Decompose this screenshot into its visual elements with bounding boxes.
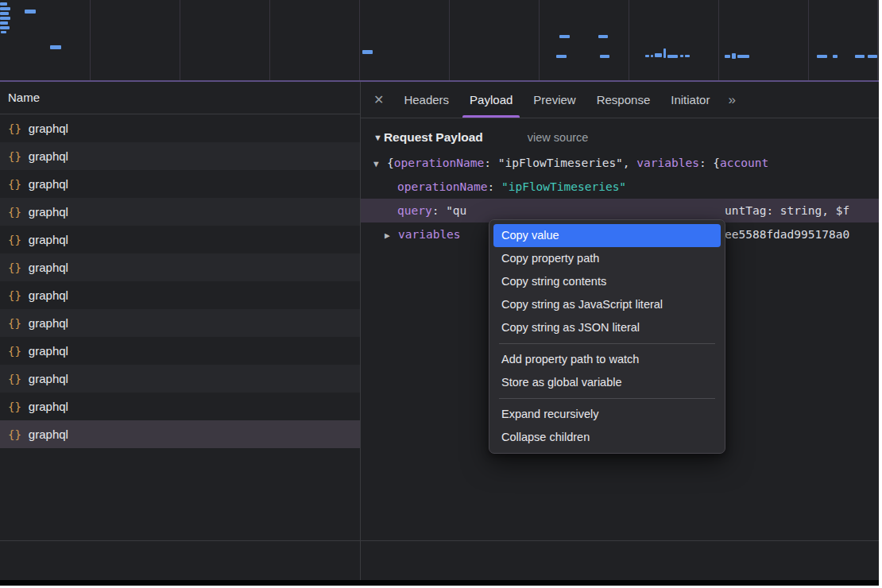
section-title: Request Payload [384, 130, 483, 145]
json-braces-icon: {} [8, 428, 21, 441]
code-segment: "qu [446, 204, 466, 217]
menu-item-copy-property-path[interactable]: Copy property path [493, 247, 721, 270]
close-icon[interactable]: ✕ [369, 92, 393, 107]
request-name: graphql [29, 316, 68, 330]
overflow-tabs-icon[interactable]: » [720, 92, 743, 108]
request-row[interactable]: {}graphql [0, 420, 360, 448]
menu-separator [499, 398, 715, 399]
code-segment: variables [636, 157, 699, 169]
waterfall-bar [817, 55, 827, 58]
request-row[interactable]: {}graphql [0, 309, 360, 337]
code-segment: , [623, 157, 636, 169]
waterfall-bar [50, 45, 61, 49]
code-segment: : [484, 157, 497, 169]
code-segment: "ipFlowTimeseries" [498, 157, 623, 169]
tab-initiator[interactable]: Initiator [660, 82, 720, 118]
json-braces-icon: {} [8, 400, 21, 413]
overview-gridline [877, 0, 878, 80]
menu-item-copy-string-as-json-literal[interactable]: Copy string as JSON literal [493, 316, 721, 339]
network-main-area: Name {}graphql{}graphql{}graphql{}graphq… [0, 82, 879, 580]
code-segment: ee5588fdad995178a0 [725, 222, 849, 246]
menu-item-add-property-path-to-watch[interactable]: Add property path to watch [493, 348, 721, 371]
code-segment: untTag: string, $f [725, 199, 849, 222]
request-name: graphql [29, 205, 68, 219]
request-name: graphql [29, 233, 68, 246]
waterfall-bar [362, 50, 373, 54]
waterfall-bar [645, 55, 649, 57]
code-segment: : [432, 204, 446, 217]
overview-gridline [180, 0, 180, 80]
tab-payload[interactable]: Payload [459, 82, 523, 118]
overview-gridline [808, 0, 809, 80]
network-overview-strip[interactable] [0, 0, 879, 82]
section-expander-icon[interactable]: ▼ [373, 133, 382, 142]
waterfall-bar [651, 55, 653, 57]
menu-separator [499, 343, 715, 344]
menu-item-store-as-global-variable[interactable]: Store as global variable [493, 371, 721, 394]
request-row[interactable]: {}graphql [0, 198, 360, 226]
request-row[interactable]: {}graphql [0, 281, 360, 309]
waterfall-bar [0, 26, 10, 29]
waterfall-bar [868, 55, 877, 58]
request-name: graphql [29, 149, 68, 163]
waterfall-bar [855, 55, 865, 58]
waterfall-bar [0, 7, 10, 10]
request-name: graphql [29, 288, 68, 302]
json-braces-icon: {} [8, 234, 21, 246]
tab-response[interactable]: Response [586, 82, 661, 118]
waterfall-bar [663, 48, 666, 58]
overview-gridline [718, 0, 719, 80]
tab-headers[interactable]: Headers [393, 82, 459, 118]
detail-tabs: ✕ HeadersPayloadPreviewResponseInitiator… [361, 82, 879, 118]
menu-item-copy-value[interactable]: Copy value [493, 224, 721, 247]
request-name: graphql [29, 372, 68, 385]
overview-gridline [90, 0, 91, 80]
request-name: graphql [29, 344, 68, 358]
request-payload-section: ▼ Request Payload view source [373, 130, 879, 145]
waterfall-bar [685, 55, 690, 57]
collapsed-arrow-icon[interactable]: ▶ [385, 224, 398, 246]
json-braces-icon: {} [8, 178, 21, 191]
code-segment: account [720, 157, 768, 169]
json-braces-icon: {} [8, 345, 21, 358]
code-segment: operationName [394, 157, 485, 169]
view-source-link[interactable]: view source [528, 131, 589, 144]
waterfall-bar [833, 55, 838, 58]
code-segment: operationName [397, 180, 488, 193]
json-braces-icon: {} [8, 317, 21, 330]
code-segment: : [488, 180, 501, 193]
expanded-arrow-icon[interactable]: ▼ [373, 153, 387, 175]
json-braces-icon: {} [8, 373, 21, 385]
request-row[interactable]: {}graphql [0, 170, 360, 198]
menu-item-copy-string-as-javascript-literal[interactable]: Copy string as JavaScript literal [493, 293, 721, 316]
request-row[interactable]: {}graphql [0, 114, 360, 142]
waterfall-bar [556, 55, 567, 58]
context-menu: Copy valueCopy property pathCopy string … [489, 219, 725, 454]
waterfall-bar [732, 53, 736, 59]
waterfall-bar [559, 35, 570, 38]
json-braces-icon: {} [8, 122, 21, 135]
name-column-header[interactable]: Name [0, 82, 360, 114]
requests-panel: Name {}graphql{}graphql{}graphql{}graphq… [0, 82, 361, 580]
waterfall-bar [598, 35, 608, 38]
overview-gridline [449, 0, 450, 80]
waterfall-bar [655, 53, 662, 57]
menu-item-expand-recursively[interactable]: Expand recursively [493, 403, 721, 426]
request-row[interactable]: {}graphql [0, 226, 360, 253]
json-braces-icon: {} [8, 206, 21, 219]
tab-preview[interactable]: Preview [523, 82, 586, 118]
request-row[interactable]: {}graphql [0, 142, 360, 170]
json-braces-icon: {} [8, 150, 21, 163]
request-row[interactable]: {}graphql [0, 253, 360, 281]
tree-line-operation-name[interactable]: operationName: "ipFlowTimeseries" [361, 175, 879, 199]
tree-line-object-preview[interactable]: ▼{operationName: "ipFlowTimeseries", var… [361, 151, 879, 175]
request-name: graphql [29, 122, 68, 135]
request-row[interactable]: {}graphql [0, 393, 360, 420]
request-row[interactable]: {}graphql [0, 337, 360, 365]
code-segment: { [387, 157, 394, 169]
menu-item-copy-string-contents[interactable]: Copy string contents [493, 270, 721, 293]
code-segment: query [397, 204, 432, 217]
menu-item-collapse-children[interactable]: Collapse children [493, 426, 721, 449]
request-row[interactable]: {}graphql [0, 365, 360, 393]
request-name: graphql [29, 261, 68, 274]
